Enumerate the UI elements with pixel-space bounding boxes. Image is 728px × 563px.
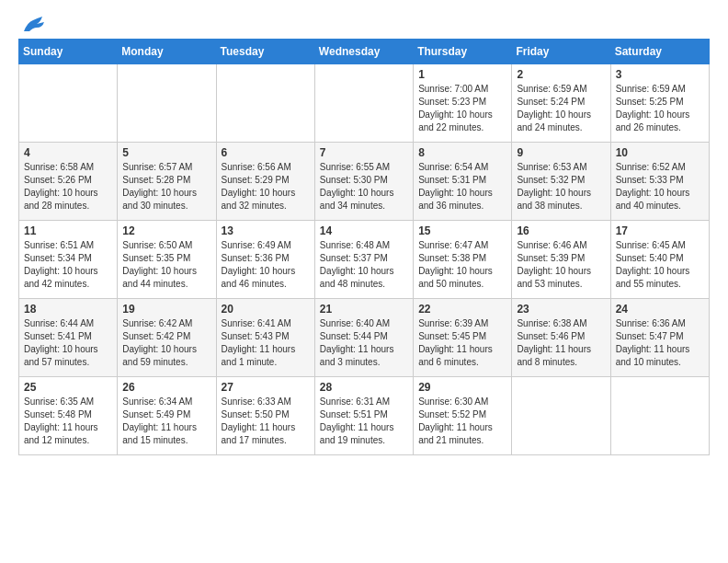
calendar-cell: 26Sunrise: 6:34 AM Sunset: 5:49 PM Dayli… [118, 377, 216, 455]
calendar-week-row: 1Sunrise: 7:00 AM Sunset: 5:23 PM Daylig… [19, 64, 710, 143]
calendar-cell: 4Sunrise: 6:58 AM Sunset: 5:26 PM Daylig… [19, 143, 118, 221]
calendar-cell: 13Sunrise: 6:49 AM Sunset: 5:36 PM Dayli… [216, 221, 314, 299]
day-number: 5 [122, 146, 210, 159]
day-number: 4 [24, 146, 112, 159]
day-number: 6 [222, 146, 310, 159]
day-number: 29 [418, 381, 506, 394]
day-info: Sunrise: 6:53 AM Sunset: 5:32 PM Dayligh… [517, 161, 605, 213]
day-info: Sunrise: 6:42 AM Sunset: 5:42 PM Dayligh… [122, 317, 210, 369]
weekday-header-sunday: Sunday [19, 40, 118, 64]
day-info: Sunrise: 6:49 AM Sunset: 5:36 PM Dayligh… [222, 239, 310, 291]
day-number: 9 [517, 146, 605, 159]
calendar-cell: 23Sunrise: 6:38 AM Sunset: 5:46 PM Dayli… [512, 299, 610, 377]
day-info: Sunrise: 6:55 AM Sunset: 5:30 PM Dayligh… [320, 161, 408, 213]
calendar-cell [19, 64, 118, 143]
logo [18, 15, 46, 29]
weekday-header-thursday: Thursday [414, 40, 512, 64]
calendar-cell: 19Sunrise: 6:42 AM Sunset: 5:42 PM Dayli… [118, 299, 216, 377]
day-number: 15 [418, 224, 506, 237]
day-info: Sunrise: 6:59 AM Sunset: 5:25 PM Dayligh… [616, 83, 704, 134]
day-number: 11 [24, 224, 112, 237]
calendar-header-row: SundayMondayTuesdayWednesdayThursdayFrid… [19, 40, 710, 64]
calendar-cell: 24Sunrise: 6:36 AM Sunset: 5:47 PM Dayli… [610, 299, 709, 377]
day-info: Sunrise: 6:33 AM Sunset: 5:50 PM Dayligh… [222, 396, 310, 447]
calendar-cell [314, 64, 413, 143]
day-number: 8 [418, 146, 506, 159]
calendar-cell: 11Sunrise: 6:51 AM Sunset: 5:34 PM Dayli… [19, 221, 118, 299]
day-number: 16 [517, 224, 605, 237]
calendar-week-row: 4Sunrise: 6:58 AM Sunset: 5:26 PM Daylig… [19, 143, 710, 221]
calendar-cell: 20Sunrise: 6:41 AM Sunset: 5:43 PM Dayli… [216, 299, 314, 377]
weekday-header-tuesday: Tuesday [216, 40, 314, 64]
page-header [18, 15, 710, 29]
calendar-cell: 12Sunrise: 6:50 AM Sunset: 5:35 PM Dayli… [118, 221, 216, 299]
day-info: Sunrise: 6:44 AM Sunset: 5:41 PM Dayligh… [24, 317, 112, 369]
calendar-cell: 2Sunrise: 6:59 AM Sunset: 5:24 PM Daylig… [512, 64, 610, 143]
day-number: 10 [616, 146, 704, 159]
calendar-cell: 29Sunrise: 6:30 AM Sunset: 5:52 PM Dayli… [414, 377, 512, 455]
day-number: 1 [418, 68, 506, 81]
day-info: Sunrise: 6:41 AM Sunset: 5:43 PM Dayligh… [222, 317, 310, 369]
calendar-cell: 21Sunrise: 6:40 AM Sunset: 5:44 PM Dayli… [314, 299, 413, 377]
day-number: 28 [320, 381, 408, 394]
day-number: 18 [24, 303, 112, 316]
day-number: 13 [222, 224, 310, 237]
calendar-cell: 18Sunrise: 6:44 AM Sunset: 5:41 PM Dayli… [19, 299, 118, 377]
day-number: 7 [320, 146, 408, 159]
day-info: Sunrise: 6:58 AM Sunset: 5:26 PM Dayligh… [24, 161, 112, 213]
calendar-week-row: 25Sunrise: 6:35 AM Sunset: 5:48 PM Dayli… [19, 377, 710, 455]
day-number: 14 [320, 224, 408, 237]
day-number: 20 [222, 303, 310, 316]
day-number: 26 [122, 381, 210, 394]
day-info: Sunrise: 6:51 AM Sunset: 5:34 PM Dayligh… [24, 239, 112, 291]
day-info: Sunrise: 6:46 AM Sunset: 5:39 PM Dayligh… [517, 239, 605, 291]
day-info: Sunrise: 6:59 AM Sunset: 5:24 PM Dayligh… [517, 83, 605, 134]
day-info: Sunrise: 6:34 AM Sunset: 5:49 PM Dayligh… [122, 396, 210, 447]
day-info: Sunrise: 6:54 AM Sunset: 5:31 PM Dayligh… [418, 161, 506, 213]
day-info: Sunrise: 6:45 AM Sunset: 5:40 PM Dayligh… [616, 239, 704, 291]
calendar-cell [118, 64, 216, 143]
day-info: Sunrise: 6:50 AM Sunset: 5:35 PM Dayligh… [122, 239, 210, 291]
calendar-cell: 25Sunrise: 6:35 AM Sunset: 5:48 PM Dayli… [19, 377, 118, 455]
day-number: 24 [616, 303, 704, 316]
calendar-cell: 7Sunrise: 6:55 AM Sunset: 5:30 PM Daylig… [314, 143, 413, 221]
calendar-cell: 1Sunrise: 7:00 AM Sunset: 5:23 PM Daylig… [414, 64, 512, 143]
day-info: Sunrise: 6:30 AM Sunset: 5:52 PM Dayligh… [418, 396, 506, 447]
day-info: Sunrise: 6:39 AM Sunset: 5:45 PM Dayligh… [418, 317, 506, 369]
day-number: 19 [122, 303, 210, 316]
calendar-cell: 28Sunrise: 6:31 AM Sunset: 5:51 PM Dayli… [314, 377, 413, 455]
day-number: 17 [616, 224, 704, 237]
day-number: 2 [517, 68, 605, 81]
calendar-cell: 17Sunrise: 6:45 AM Sunset: 5:40 PM Dayli… [610, 221, 709, 299]
day-number: 21 [320, 303, 408, 316]
day-info: Sunrise: 6:40 AM Sunset: 5:44 PM Dayligh… [320, 317, 408, 369]
day-info: Sunrise: 6:38 AM Sunset: 5:46 PM Dayligh… [517, 317, 605, 369]
calendar-cell: 22Sunrise: 6:39 AM Sunset: 5:45 PM Dayli… [414, 299, 512, 377]
calendar-cell: 8Sunrise: 6:54 AM Sunset: 5:31 PM Daylig… [414, 143, 512, 221]
day-info: Sunrise: 6:47 AM Sunset: 5:38 PM Dayligh… [418, 239, 506, 291]
day-info: Sunrise: 6:35 AM Sunset: 5:48 PM Dayligh… [24, 396, 112, 447]
day-number: 22 [418, 303, 506, 316]
day-info: Sunrise: 7:00 AM Sunset: 5:23 PM Dayligh… [418, 83, 506, 134]
calendar-cell: 27Sunrise: 6:33 AM Sunset: 5:50 PM Dayli… [216, 377, 314, 455]
calendar-cell: 5Sunrise: 6:57 AM Sunset: 5:28 PM Daylig… [118, 143, 216, 221]
day-info: Sunrise: 6:48 AM Sunset: 5:37 PM Dayligh… [320, 239, 408, 291]
calendar-cell: 6Sunrise: 6:56 AM Sunset: 5:29 PM Daylig… [216, 143, 314, 221]
day-info: Sunrise: 6:56 AM Sunset: 5:29 PM Dayligh… [222, 161, 310, 213]
calendar-week-row: 11Sunrise: 6:51 AM Sunset: 5:34 PM Dayli… [19, 221, 710, 299]
weekday-header-saturday: Saturday [610, 40, 709, 64]
calendar-cell: 15Sunrise: 6:47 AM Sunset: 5:38 PM Dayli… [414, 221, 512, 299]
calendar-cell [610, 377, 709, 455]
day-info: Sunrise: 6:52 AM Sunset: 5:33 PM Dayligh… [616, 161, 704, 213]
day-info: Sunrise: 6:31 AM Sunset: 5:51 PM Dayligh… [320, 396, 408, 447]
day-number: 27 [222, 381, 310, 394]
calendar-cell: 14Sunrise: 6:48 AM Sunset: 5:37 PM Dayli… [314, 221, 413, 299]
calendar-cell [216, 64, 314, 143]
day-number: 3 [616, 68, 704, 81]
day-number: 12 [122, 224, 210, 237]
calendar-cell: 10Sunrise: 6:52 AM Sunset: 5:33 PM Dayli… [610, 143, 709, 221]
day-info: Sunrise: 6:36 AM Sunset: 5:47 PM Dayligh… [616, 317, 704, 369]
day-number: 25 [24, 381, 112, 394]
calendar-table: SundayMondayTuesdayWednesdayThursdayFrid… [18, 39, 710, 455]
day-info: Sunrise: 6:57 AM Sunset: 5:28 PM Dayligh… [122, 161, 210, 213]
